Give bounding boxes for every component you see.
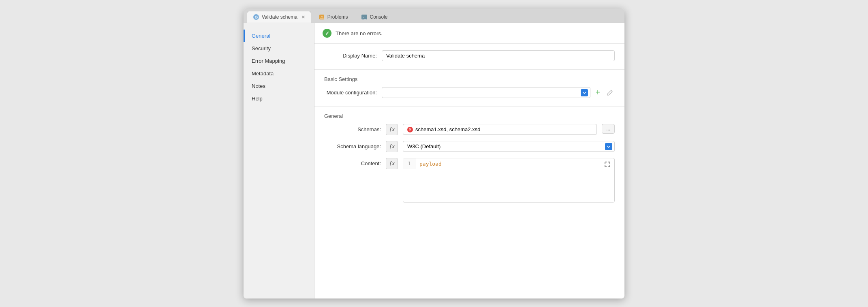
module-config-controls: +: [382, 87, 615, 98]
svg-text:>_: >_: [362, 16, 366, 19]
schemas-error-badge: ✕: [407, 127, 413, 132]
content-row: Content: ƒx 1 payload: [324, 158, 615, 203]
success-message: There are no errors.: [336, 30, 383, 36]
basic-settings-section: Basic Settings Module configuration: +: [314, 70, 624, 107]
content-editor-inner: 1 payload: [403, 158, 614, 169]
schemas-text-input[interactable]: [415, 126, 592, 132]
svg-text:⚠: ⚠: [320, 15, 323, 19]
add-module-button[interactable]: +: [594, 88, 602, 97]
module-config-select[interactable]: [382, 87, 590, 98]
general-section: General Schemas: ƒx ✕ ... Schema languag…: [314, 107, 624, 215]
schema-language-fx-button[interactable]: ƒx: [386, 141, 398, 152]
main-layout: General Security Error Mapping Metadata …: [244, 23, 624, 298]
sidebar-item-notes[interactable]: Notes: [244, 80, 314, 92]
schema-language-row: Schema language: ƒx W3C (Default) RelaxN…: [324, 141, 615, 152]
puzzle-icon: ⚙: [253, 14, 259, 20]
tab-console[interactable]: >_ Console: [355, 11, 393, 23]
content-area: There are no errors. Display Name: Basic…: [314, 23, 624, 298]
module-config-select-wrapper: [382, 87, 590, 98]
sidebar-item-error-mapping[interactable]: Error Mapping: [244, 55, 314, 67]
content-label: Content:: [324, 158, 381, 166]
expand-icon: [604, 161, 611, 168]
tab-validate-schema-label: Validate schema: [262, 14, 297, 20]
tab-validate-schema[interactable]: ⚙ Validate schema ✕: [247, 11, 311, 23]
main-window: ⚙ Validate schema ✕ ⚠ Problems >_ Consol…: [244, 9, 624, 298]
module-config-label: Module configuration:: [324, 90, 377, 96]
expand-button[interactable]: [604, 161, 611, 170]
schemas-fx-button[interactable]: ƒx: [386, 124, 398, 135]
content-value: payload: [419, 161, 442, 167]
success-banner: There are no errors.: [314, 23, 624, 44]
display-name-row: Display Name:: [324, 50, 615, 61]
basic-settings-title: Basic Settings: [324, 76, 615, 82]
display-name-section: Display Name:: [314, 44, 624, 70]
general-section-title: General: [324, 113, 615, 119]
line-numbers: 1: [403, 158, 415, 169]
success-icon: [323, 29, 331, 38]
schemas-row: Schemas: ƒx ✕ ...: [324, 124, 615, 135]
console-icon: >_: [361, 14, 368, 20]
warning-icon: ⚠: [319, 14, 325, 20]
schema-language-label: Schema language:: [324, 141, 381, 149]
schemas-input-wrapper: ✕: [403, 124, 597, 135]
content-fx-button[interactable]: ƒx: [386, 158, 398, 169]
tab-console-label: Console: [370, 14, 388, 20]
edit-module-button[interactable]: [605, 90, 615, 96]
sidebar-item-metadata[interactable]: Metadata: [244, 67, 314, 80]
sidebar-item-general[interactable]: General: [244, 30, 314, 42]
schemas-browse-button[interactable]: ...: [602, 124, 615, 134]
tab-problems[interactable]: ⚠ Problems: [313, 11, 354, 23]
schemas-label: Schemas:: [324, 124, 381, 132]
sidebar: General Security Error Mapping Metadata …: [244, 23, 314, 298]
content-editor: 1 payload: [403, 158, 615, 203]
display-name-label: Display Name:: [324, 53, 377, 59]
schema-language-select[interactable]: W3C (Default) RelaxNG DTD: [403, 141, 615, 152]
module-config-row: Module configuration: +: [324, 87, 615, 98]
sidebar-item-security[interactable]: Security: [244, 42, 314, 55]
edit-icon: [607, 90, 613, 96]
display-name-input[interactable]: [382, 50, 615, 61]
schema-language-select-wrapper: W3C (Default) RelaxNG DTD: [403, 141, 615, 152]
editor-content-area[interactable]: payload: [415, 158, 614, 169]
tab-bar: ⚙ Validate schema ✕ ⚠ Problems >_ Consol…: [244, 9, 624, 23]
svg-text:⚙: ⚙: [254, 15, 258, 19]
sidebar-item-help[interactable]: Help: [244, 92, 314, 105]
schema-language-controls: W3C (Default) RelaxNG DTD: [403, 141, 615, 152]
tab-close-btn[interactable]: ✕: [301, 15, 305, 20]
tab-problems-label: Problems: [327, 14, 348, 20]
